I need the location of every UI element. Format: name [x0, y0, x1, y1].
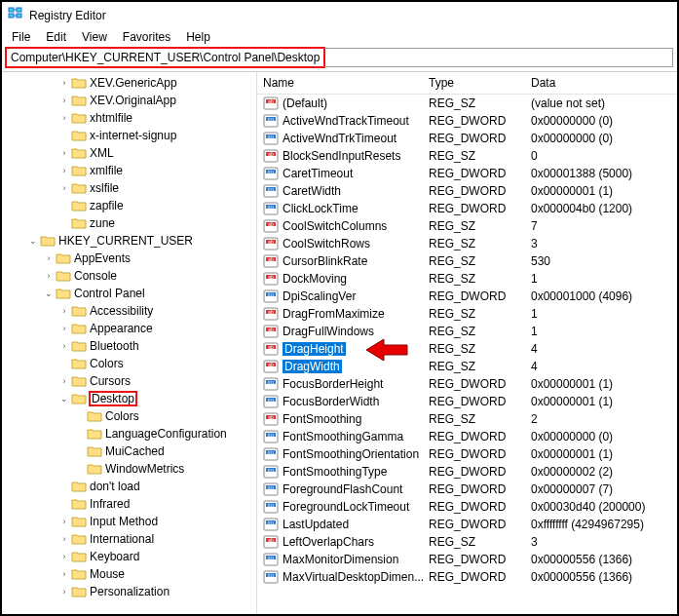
- expand-icon[interactable]: ›: [58, 551, 70, 562]
- tree-item[interactable]: ›Bluetooth: [4, 337, 256, 355]
- list-row[interactable]: BlockSendInputResetsREG_SZ0: [257, 147, 677, 165]
- tree-item[interactable]: ⌄Desktop: [4, 390, 256, 407]
- folder-icon: [71, 76, 87, 90]
- expand-icon[interactable]: ›: [58, 165, 70, 176]
- value-data: 0: [525, 149, 677, 163]
- tree-item[interactable]: ⌄Control Panel: [4, 285, 256, 302]
- expand-icon[interactable]: ›: [58, 323, 70, 334]
- tree-item[interactable]: MuiCached: [4, 443, 256, 460]
- tree-item[interactable]: ›XEV.GenericApp: [4, 74, 256, 92]
- expand-icon[interactable]: ›: [58, 375, 70, 387]
- list-row[interactable]: FontSmoothingREG_SZ2: [257, 410, 677, 428]
- list-row[interactable]: ActiveWndTrackTimeoutREG_DWORD0x00000000…: [257, 112, 677, 130]
- menu-view[interactable]: View: [82, 30, 107, 44]
- tree-item[interactable]: zapfile: [4, 197, 256, 214]
- tree-item[interactable]: ›Appearance: [4, 320, 256, 337]
- col-header-name[interactable]: Name: [257, 72, 423, 94]
- tree-item[interactable]: ›XML: [4, 144, 256, 162]
- tree-item[interactable]: ›Console: [4, 267, 256, 285]
- list-row[interactable]: MaxMonitorDimensionREG_DWORD0x00000556 (…: [257, 551, 677, 568]
- address-bar-rest[interactable]: [324, 48, 673, 67]
- expand-icon[interactable]: ›: [58, 568, 70, 580]
- expand-icon[interactable]: ›: [58, 340, 70, 352]
- tree-item[interactable]: ›Mouse: [4, 565, 256, 583]
- tree-item[interactable]: ›XEV.OriginalApp: [4, 92, 256, 109]
- tree-item[interactable]: ›xmlfile: [4, 162, 256, 179]
- folder-icon: [71, 374, 87, 388]
- list-row[interactable]: ClickLockTimeREG_DWORD0x000004b0 (1200): [257, 200, 677, 217]
- list-view[interactable]: Name Type Data (Default)REG_SZ(value not…: [257, 72, 677, 614]
- list-row[interactable]: ActiveWndTrkTimeoutREG_DWORD0x00000000 (…: [257, 130, 677, 147]
- list-row[interactable]: DockMovingREG_SZ1: [257, 270, 677, 288]
- address-bar[interactable]: Computer\HKEY_CURRENT_USER\Control Panel…: [6, 48, 324, 67]
- expand-icon[interactable]: ›: [58, 586, 70, 597]
- tree-item[interactable]: Colors: [4, 355, 256, 372]
- collapse-icon[interactable]: ⌄: [27, 235, 39, 247]
- list-row[interactable]: CaretTimeoutREG_DWORD0x00001388 (5000): [257, 165, 677, 182]
- expand-icon[interactable]: ›: [58, 533, 70, 545]
- tree-item-label: MuiCached: [105, 444, 165, 458]
- value-name: ForegroundLockTimeout: [283, 500, 409, 514]
- menu-favorites[interactable]: Favorites: [123, 30, 170, 44]
- collapse-icon[interactable]: ⌄: [58, 393, 70, 404]
- list-row[interactable]: FontSmoothingOrientationREG_DWORD0x00000…: [257, 445, 677, 463]
- tree-item[interactable]: x-internet-signup: [4, 127, 256, 144]
- tree-view[interactable]: ›XEV.GenericApp›XEV.OriginalApp›xhtmlfil…: [2, 72, 257, 614]
- list-row[interactable]: DragFullWindowsREG_SZ1: [257, 323, 677, 340]
- expand-icon[interactable]: ›: [58, 95, 70, 106]
- expand-icon[interactable]: ›: [43, 270, 55, 282]
- list-row[interactable]: DpiScalingVerREG_DWORD0x00001000 (4096): [257, 288, 677, 305]
- tree-item-label: XEV.OriginalApp: [90, 94, 176, 107]
- collapse-icon[interactable]: ⌄: [43, 288, 55, 299]
- list-row[interactable]: CoolSwitchColumnsREG_SZ7: [257, 217, 677, 235]
- list-row[interactable]: FontSmoothingTypeREG_DWORD0x00000002 (2): [257, 463, 677, 481]
- tree-item[interactable]: ›AppEvents: [4, 250, 256, 267]
- expand-icon[interactable]: ›: [58, 305, 70, 317]
- tree-item[interactable]: ›International: [4, 530, 256, 548]
- tree-item[interactable]: LanguageConfiguration: [4, 425, 256, 443]
- list-row[interactable]: DragWidthREG_SZ4: [257, 358, 677, 375]
- col-header-data[interactable]: Data: [525, 72, 677, 94]
- menu-file[interactable]: File: [12, 30, 30, 44]
- tree-item[interactable]: WindowMetrics: [4, 460, 256, 478]
- tree-item[interactable]: ›Personalization: [4, 583, 256, 600]
- list-row[interactable]: CoolSwitchRowsREG_SZ3: [257, 235, 677, 252]
- list-row[interactable]: MaxVirtualDesktopDimen...REG_DWORD0x0000…: [257, 568, 677, 586]
- tree-item[interactable]: ›xslfile: [4, 179, 256, 197]
- list-row[interactable]: ForegroundLockTimeoutREG_DWORD0x00030d40…: [257, 498, 677, 516]
- no-expand-icon: [58, 481, 70, 492]
- expand-icon[interactable]: ›: [58, 112, 70, 124]
- tree-item[interactable]: Colors: [4, 407, 256, 425]
- list-row[interactable]: ForegroundFlashCountREG_DWORD0x00000007 …: [257, 481, 677, 498]
- tree-item[interactable]: ›Accessibility: [4, 302, 256, 320]
- tree-item[interactable]: ›xhtmlfile: [4, 109, 256, 127]
- list-row[interactable]: LeftOverlapCharsREG_SZ3: [257, 533, 677, 551]
- tree-item[interactable]: don't load: [4, 478, 256, 495]
- list-row[interactable]: (Default)REG_SZ(value not set): [257, 95, 677, 112]
- expand-icon[interactable]: ›: [58, 77, 70, 89]
- list-row[interactable]: FocusBorderWidthREG_DWORD0x00000001 (1): [257, 393, 677, 410]
- list-row[interactable]: FontSmoothingGammaREG_DWORD0x00000000 (0…: [257, 428, 677, 445]
- menu-edit[interactable]: Edit: [46, 30, 66, 44]
- expand-icon[interactable]: ›: [43, 252, 55, 264]
- tree-item[interactable]: ›Keyboard: [4, 548, 256, 565]
- tree-item[interactable]: ›Input Method: [4, 513, 256, 530]
- value-name: ForegroundFlashCount: [283, 482, 402, 496]
- menu-help[interactable]: Help: [186, 30, 210, 44]
- tree-item[interactable]: zune: [4, 214, 256, 232]
- tree-item-label: XEV.GenericApp: [90, 76, 177, 90]
- tree-item[interactable]: ⌄HKEY_CURRENT_USER: [4, 232, 256, 250]
- list-row[interactable]: FocusBorderHeightREG_DWORD0x00000001 (1): [257, 375, 677, 393]
- tree-item[interactable]: ›Cursors: [4, 372, 256, 390]
- list-row[interactable]: LastUpdatedREG_DWORD0xffffffff (42949672…: [257, 516, 677, 533]
- tree-item[interactable]: Infrared: [4, 495, 256, 513]
- value-data: 0x00000000 (0): [525, 430, 677, 443]
- expand-icon[interactable]: ›: [58, 516, 70, 527]
- expand-icon[interactable]: ›: [58, 182, 70, 194]
- list-row[interactable]: CursorBlinkRateREG_SZ530: [257, 252, 677, 270]
- col-header-type[interactable]: Type: [423, 72, 525, 94]
- list-row[interactable]: CaretWidthREG_DWORD0x00000001 (1): [257, 182, 677, 200]
- expand-icon[interactable]: ›: [58, 147, 70, 159]
- list-row[interactable]: DragFromMaximizeREG_SZ1: [257, 305, 677, 323]
- list-row[interactable]: DragHeightREG_SZ4: [257, 340, 677, 358]
